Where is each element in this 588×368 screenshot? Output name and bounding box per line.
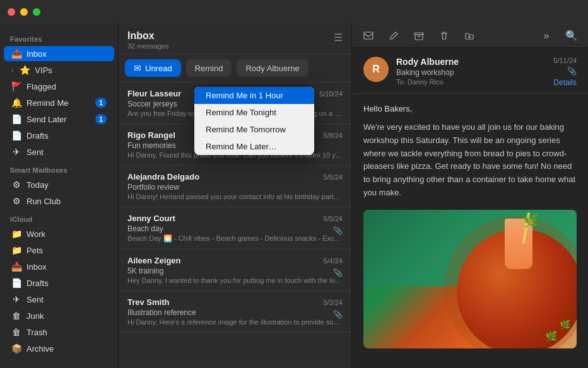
message-sender: Fleur Lasseur [127, 89, 181, 98]
filter-unread-label: Unread [145, 64, 172, 73]
email-to: To: Danny Rico [396, 78, 546, 86]
remind-tonight-item[interactable]: Remind Me Tonight [194, 104, 314, 121]
filter-rody-label: Rody Albuerne [245, 64, 299, 73]
filter-remind-button[interactable]: Remind [186, 59, 232, 77]
remind-dropdown: Remind Me in 1 Hour Remind Me Tonight Re… [194, 87, 314, 155]
title-bar [0, 0, 588, 24]
search-button[interactable]: 🔍 [564, 28, 579, 43]
sidebar-item-icloud-sent-label: Sent [26, 295, 44, 304]
email-subject: Baking workshop [396, 68, 546, 77]
message-list-title: Inbox [127, 30, 343, 42]
message-sender: Aileen Zeigen [127, 256, 181, 265]
run-club-icon: ⚙ [11, 196, 21, 206]
icloud-sent-icon: ✈ [11, 294, 21, 304]
sidebar-item-vips[interactable]: › ⭐ VIPs [4, 62, 114, 78]
inbox-icon: 📥 [11, 49, 21, 59]
message-subject: Beach day [127, 224, 343, 233]
sidebar-item-work-label: Work [26, 229, 45, 239]
sidebar-item-sent-label: Sent [26, 147, 44, 157]
message-item[interactable]: Trev Smith 5/3/24 Illustration reference… [119, 291, 351, 333]
attachment-icon: 📎 [333, 268, 343, 277]
drafts-icon: 📄 [11, 130, 21, 141]
sidebar-item-pets[interactable]: 📁 Pets [4, 243, 114, 258]
filter-remind-label: Remind [195, 64, 223, 73]
sidebar-item-remind-label: Remind Me [26, 98, 68, 108]
avatar: R [363, 57, 389, 82]
sidebar: Favorites 📥 Inbox › ⭐ VIPs 🚩 Flagged 🔔 R… [0, 24, 119, 368]
email-image: 🌿 🌿 🌿 [363, 210, 577, 348]
sidebar-item-send-later-label: Send Later [26, 115, 67, 124]
today-icon: ⚙ [11, 180, 21, 190]
sidebar-item-inbox[interactable]: 📥 Inbox [4, 46, 114, 61]
bell-icon: 🔔 [11, 98, 21, 108]
sidebar-item-junk[interactable]: 🗑 Junk [4, 308, 114, 323]
email-from: Rody Albuerne [396, 57, 546, 67]
message-preview: Hey Danny, I wanted to thank you for put… [127, 277, 343, 284]
smart-mailboxes-label: Smart Mailboxes [0, 160, 118, 176]
more-actions-button[interactable]: » [539, 28, 554, 43]
send-later-badge: 1 [95, 114, 107, 124]
message-list: Inbox 32 messages ☰ ✉ Unread Remind Rody… [119, 24, 352, 368]
sidebar-item-sent[interactable]: ✈ Sent [4, 144, 114, 159]
message-sender: Rigo Rangel [127, 130, 175, 140]
message-subject: 5K training [127, 267, 343, 275]
sent-icon: ✈ [11, 147, 21, 157]
sidebar-item-flagged[interactable]: 🚩 Flagged [4, 79, 114, 94]
icloud-inbox-icon: 📥 [11, 262, 21, 272]
sidebar-item-icloud-sent[interactable]: ✈ Sent [4, 292, 114, 307]
archive-icon: 📦 [11, 343, 21, 354]
close-button[interactable] [8, 8, 15, 16]
filter-buttons: ✉ Unread Remind Rody Albuerne Remind Me … [119, 54, 351, 83]
trash-button[interactable] [437, 28, 452, 43]
traffic-lights [8, 8, 40, 16]
remind-1-hour-item[interactable]: Remind Me in 1 Hour [194, 87, 314, 104]
app-body: Favorites 📥 Inbox › ⭐ VIPs 🚩 Flagged 🔔 R… [0, 24, 588, 368]
minimize-button[interactable] [20, 8, 28, 16]
filter-unread-button[interactable]: ✉ Unread [125, 59, 181, 77]
trash-icon: 🗑 [11, 327, 21, 337]
remind-badge: 1 [95, 98, 107, 108]
message-item[interactable]: Alejandra Delgado 5/5/24 Portfolio revie… [119, 166, 351, 207]
message-item[interactable]: Aileen Zeigen 5/4/24 5K training Hey Dan… [119, 250, 351, 291]
maximize-button[interactable] [33, 8, 40, 16]
junk-icon: 🗑 [11, 311, 21, 321]
email-greeting: Hello Bakers, [363, 104, 577, 113]
sidebar-item-junk-label: Junk [26, 311, 44, 321]
send-later-icon: 📄 [11, 114, 21, 124]
sidebar-item-vips-label: VIPs [35, 66, 52, 75]
sidebar-item-today[interactable]: ⚙ Today [4, 177, 114, 192]
sidebar-item-work[interactable]: 📁 Work [4, 226, 114, 241]
remind-later-item[interactable]: Remind Me Later… [194, 138, 314, 155]
message-preview: Beach Day 🌅 - Chill vibes - Beach games … [127, 234, 343, 243]
details-link[interactable]: Details [553, 78, 577, 87]
sidebar-item-drafts[interactable]: 📄 Drafts [4, 128, 114, 143]
compose-button[interactable] [386, 28, 401, 43]
attachment-icon: 📎 [333, 226, 343, 235]
move-button[interactable] [462, 28, 477, 43]
sidebar-item-pets-label: Pets [26, 246, 43, 255]
list-options-button[interactable]: ☰ [334, 32, 343, 43]
sidebar-item-send-later[interactable]: 📄 Send Later 1 [4, 112, 114, 127]
message-date: 5/3/24 [323, 299, 343, 306]
message-item[interactable]: Jenny Court 5/5/24 Beach day Beach Day 🌅… [119, 207, 351, 250]
sidebar-item-archive[interactable]: 📦 Archive [4, 341, 114, 356]
paperclip-icon: 📎 [567, 67, 577, 76]
sidebar-item-trash[interactable]: 🗑 Trash [4, 325, 114, 340]
flag-icon: 🚩 [11, 81, 21, 91]
detail-toolbar: » 🔍 [352, 24, 588, 48]
sidebar-item-icloud-drafts[interactable]: 📄 Drafts [4, 275, 114, 290]
sidebar-item-run-club[interactable]: ⚙ Run Club [4, 193, 114, 209]
message-date: 5/5/24 [323, 173, 343, 181]
archive-button[interactable] [411, 28, 426, 43]
message-preview: Hi Danny, Here's a reference image for t… [127, 318, 343, 326]
email-date: 5/11/24 [553, 57, 577, 64]
new-message-button[interactable] [361, 28, 376, 43]
email-body: Hello Bakers, We're very excited to have… [352, 94, 588, 368]
filter-rody-button[interactable]: Rody Albuerne [237, 59, 308, 77]
remind-tomorrow-item[interactable]: Remind Me Tomorrow [194, 121, 314, 138]
detail-panel: » 🔍 R Rody Albuerne Baking workshop To: … [352, 24, 588, 368]
message-subject: Illustration reference [127, 308, 343, 317]
sidebar-item-inbox-label: Inbox [26, 49, 47, 59]
sidebar-item-remind-me[interactable]: 🔔 Remind Me 1 [4, 95, 114, 110]
sidebar-item-icloud-inbox[interactable]: 📥 Inbox [4, 259, 114, 274]
